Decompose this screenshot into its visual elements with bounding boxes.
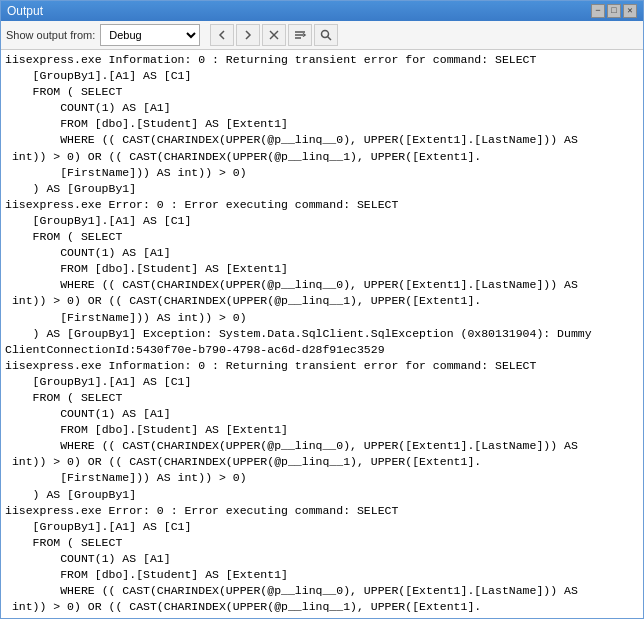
- svg-point-5: [322, 31, 329, 38]
- next-message-icon: [241, 28, 255, 42]
- output-text: iisexpress.exe Information: 0 : Returnin…: [5, 52, 639, 618]
- svg-line-6: [328, 37, 332, 41]
- clear-icon: [267, 28, 281, 42]
- prev-message-icon: [215, 28, 229, 42]
- maximize-button[interactable]: □: [607, 4, 621, 18]
- clear-button[interactable]: [262, 24, 286, 46]
- find-button[interactable]: [314, 24, 338, 46]
- output-source-dropdown[interactable]: Debug Build All Output: [100, 24, 200, 46]
- next-message-button[interactable]: [236, 24, 260, 46]
- toolbar: Show output from: Debug Build All Output: [1, 21, 643, 50]
- show-output-label: Show output from:: [6, 29, 95, 41]
- word-wrap-icon: [293, 28, 307, 42]
- prev-message-button[interactable]: [210, 24, 234, 46]
- title-bar: Output − □ ✕: [1, 1, 643, 21]
- toolbar-button-group: [210, 24, 338, 46]
- window-controls: − □ ✕: [591, 4, 637, 18]
- word-wrap-button[interactable]: [288, 24, 312, 46]
- close-button[interactable]: ✕: [623, 4, 637, 18]
- output-window: Output − □ ✕ Show output from: Debug Bui…: [0, 0, 644, 619]
- find-icon: [319, 28, 333, 42]
- window-title: Output: [7, 4, 43, 18]
- minimize-button[interactable]: −: [591, 4, 605, 18]
- output-area[interactable]: iisexpress.exe Information: 0 : Returnin…: [1, 50, 643, 618]
